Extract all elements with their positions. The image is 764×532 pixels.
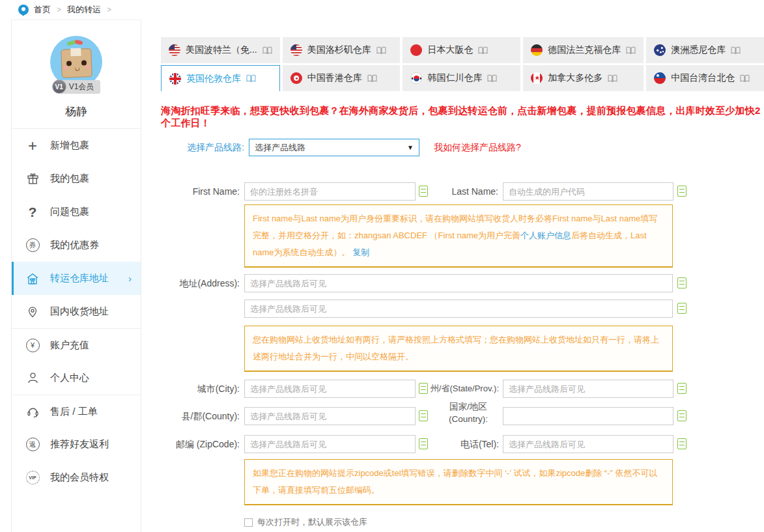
rebate-icon: 返 (25, 437, 40, 453)
tab-china-hongkong[interactable]: 中国香港仓库 (283, 65, 401, 91)
flag-taiwan-icon (654, 72, 666, 84)
state-input[interactable] (503, 380, 673, 398)
product-line-help-link[interactable]: 我如何选择产品线路? (434, 142, 521, 154)
copy-icon[interactable] (419, 186, 428, 197)
location-pin-icon (25, 304, 40, 320)
sidebar-item-problem-packages[interactable]: ? 问题包裹 (12, 195, 141, 229)
sidebar-item-my-coupons[interactable]: 券 我的优惠券 (12, 229, 141, 262)
first-name-label: First Name: (162, 182, 240, 201)
state-label: 州/省(State/Prov.): (417, 379, 499, 399)
copy-icon[interactable] (677, 277, 686, 288)
sidebar: V1 V1会员 杨静 + 新增包裹 我的包裹 ? 问题包裹 券 我的优惠券 转运 (11, 20, 141, 532)
copy-icon[interactable] (677, 186, 686, 197)
breadcrumb: 首页 > 我的转运 > (0, 0, 764, 20)
last-name-input[interactable] (503, 182, 673, 201)
package-icon (25, 171, 40, 187)
tab-us-losangeles[interactable]: 美国洛杉矶仓库 (283, 37, 401, 63)
address-book-icon (246, 74, 256, 83)
address-book-icon (740, 74, 750, 83)
flag-canada-icon (531, 72, 543, 84)
chevron-down-icon: ▼ (407, 144, 414, 151)
chevron-right-icon: › (128, 273, 132, 284)
zipcode-label: 邮编 (ZipCode): (162, 434, 240, 454)
address-line1-input[interactable] (244, 274, 673, 292)
tab-canada-toronto[interactable]: 加拿大多伦多 (523, 65, 644, 91)
sidebar-item-add-package[interactable]: + 新增包裹 (12, 129, 141, 162)
address-line2-input[interactable] (244, 300, 673, 318)
name-tip-box: First name与Last name为用户身份重要标识，请在购物网站填写收货… (244, 204, 673, 268)
sidebar-item-account-recharge[interactable]: ¥ 账户充值 (12, 328, 141, 361)
copy-icon[interactable] (677, 410, 686, 421)
address-book-icon (626, 46, 636, 55)
country-label: 国家/地区 (Country): (438, 400, 499, 425)
copy-icon[interactable] (419, 438, 428, 449)
address-book-icon (367, 74, 377, 83)
default-warehouse-label: 每次打开时，默认展示该仓库 (257, 516, 367, 528)
flag-us-icon (169, 44, 180, 56)
zipcode-input[interactable] (244, 435, 416, 453)
sidebar-item-personal-center[interactable]: 个人中心 (12, 361, 141, 395)
tab-japan-osaka[interactable]: 日本大阪仓 (403, 37, 520, 63)
location-pin-icon (18, 5, 29, 15)
zipcode-tip-box: 如果您正在购物的网站提示zipcode或tel填写错误，请删除数字中间 ‘-’ … (244, 459, 673, 505)
warehouse-icon (25, 271, 40, 287)
tab-taiwan-taipei[interactable]: 中国台湾台北仓 (646, 65, 764, 91)
address-label: 地址(Address): (162, 273, 240, 293)
tel-input[interactable] (503, 435, 673, 453)
last-name-label: Last Name: (429, 182, 498, 201)
avatar-box-character (61, 48, 92, 78)
default-warehouse-row: 每次打开时，默认展示该仓库 (244, 516, 367, 528)
yen-icon: ¥ (25, 337, 40, 353)
breadcrumb-my-forwarding[interactable]: 我的转运 (67, 4, 101, 16)
account-info-link[interactable]: 个人账户信息 (520, 231, 571, 240)
default-warehouse-checkbox[interactable] (244, 518, 253, 527)
tab-korea-incheon[interactable]: 韩国仁川仓库 (403, 65, 520, 91)
sidebar-item-referral-rebate[interactable]: 返 推荐好友返利 (12, 428, 141, 461)
county-input[interactable] (244, 407, 416, 425)
address-book-icon (487, 74, 497, 83)
copy-icon[interactable] (677, 438, 686, 449)
tab-us-portland[interactable]: 美国波特兰（免... (161, 37, 280, 63)
coupon-icon: 券 (25, 238, 40, 253)
sidebar-item-aftersale-ticket[interactable]: 售后 / 工单 (12, 395, 141, 428)
headset-icon (25, 404, 40, 419)
user-icon (25, 371, 40, 386)
product-line-selected-value: 选择产品线路 (255, 142, 305, 154)
product-line-label: 选择产品线路: (187, 142, 244, 154)
flag-germany-icon (531, 44, 543, 56)
county-label: 县/郡(County): (162, 406, 240, 426)
sidebar-item-warehouse-address[interactable]: 转运仓库地址 › (12, 262, 141, 295)
tab-uk-london[interactable]: 英国伦敦仓库 (161, 65, 280, 91)
promo-notice: 海淘折扣旺季来临，想要更快收到包裹？在海外商家发货后，包裹到达转运仓前，点击新增… (161, 105, 763, 130)
address-book-icon (478, 46, 488, 55)
city-input[interactable] (244, 380, 416, 398)
address-tip-box: 您在购物网站上收货地址如有两行，请严格按照上方格式填写；您在购物网站上收货地址如… (244, 326, 673, 372)
tab-australia-sydney[interactable]: 澳洲悉尼仓库 (646, 37, 764, 63)
vip-level-medal: V1 (52, 79, 66, 94)
flag-us-icon (290, 44, 302, 56)
first-name-input[interactable] (244, 182, 416, 201)
tab-germany-frankfurt[interactable]: 德国法兰克福仓库 (523, 37, 644, 63)
copy-icon[interactable] (677, 303, 686, 314)
address-book-icon (731, 46, 741, 55)
product-line-row: 选择产品线路: 选择产品线路 ▼ 我如何选择产品线路? (161, 139, 521, 156)
plus-icon: + (25, 138, 40, 154)
sidebar-menu: + 新增包裹 我的包裹 ? 问题包裹 券 我的优惠券 转运仓库地址 › (12, 128, 141, 494)
copy-icon[interactable] (419, 410, 428, 421)
country-input[interactable] (503, 407, 673, 425)
question-icon: ? (25, 204, 40, 220)
product-line-select[interactable]: 选择产品线路 ▼ (249, 139, 419, 156)
warehouse-tabs: 美国波特兰（免... 美国洛杉矶仓库 日本大阪仓 德国法兰克福仓库 澳洲悉尼仓库… (161, 37, 764, 91)
city-label: 城市(City): (162, 379, 240, 399)
copy-icon[interactable] (677, 383, 686, 394)
vip-icon: VIP (25, 470, 40, 486)
breadcrumb-home[interactable]: 首页 (34, 4, 51, 16)
sidebar-item-my-packages[interactable]: 我的包裹 (12, 162, 141, 195)
flag-korea-icon (410, 72, 422, 84)
sidebar-item-domestic-address[interactable]: 国内收货地址 (12, 295, 141, 328)
flag-australia-icon (654, 44, 666, 56)
username: 杨静 (12, 104, 141, 119)
copy-name-link[interactable]: 复制 (352, 247, 369, 257)
profile-section: V1 V1会员 杨静 (12, 20, 141, 119)
sidebar-item-member-privileges[interactable]: VIP 我的会员特权 (12, 461, 141, 494)
